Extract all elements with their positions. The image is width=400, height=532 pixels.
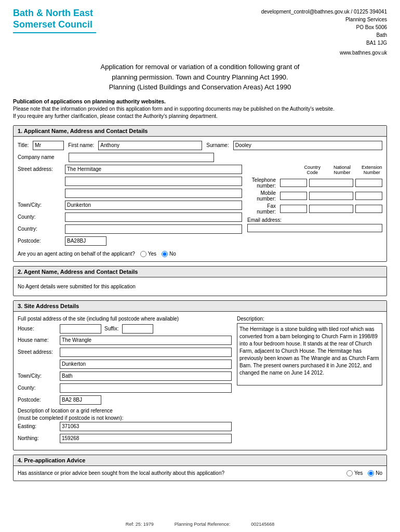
email-input[interactable] <box>247 224 382 232</box>
mobile-ext-input[interactable] <box>355 192 382 200</box>
pre-app-row: Has assistance or prior advice been soug… <box>18 470 382 476</box>
agent-yes-radio[interactable] <box>140 251 146 257</box>
fax-row: Fax number: <box>247 203 382 215</box>
footer-ref: Ref: 25: 1979 <box>126 522 154 527</box>
publication-notice: Publication of applications on planning … <box>13 98 387 120</box>
title-input[interactable] <box>33 141 64 150</box>
street-input1[interactable] <box>65 165 242 174</box>
firstname-label: First name: <box>68 142 94 148</box>
planning-services: Planning Services <box>261 16 387 23</box>
telephone-ext-input[interactable] <box>355 179 382 187</box>
telephone-code-input[interactable] <box>280 179 307 187</box>
easting-row: Easting: <box>18 422 232 431</box>
email-section: Email address: <box>247 217 382 232</box>
pre-app-yes-option[interactable]: Yes <box>346 470 363 476</box>
site-county-input[interactable] <box>60 383 232 393</box>
suffix-label: Suffix: <box>104 326 119 331</box>
site-description-box: The Hermitage is a stone building with t… <box>237 323 382 385</box>
site-street-input1[interactable] <box>60 348 232 357</box>
site-postcode-input[interactable] <box>60 395 101 405</box>
site-right: Description: The Hermitage is a stone bu… <box>237 316 382 446</box>
section-1: 1. Applicant Name, Address and Contact D… <box>13 125 387 262</box>
title-label: Title: <box>18 142 29 148</box>
street-row2 <box>18 177 242 186</box>
section-3: 3. Site Address Details Full postal addr… <box>13 300 387 450</box>
pre-app-yes-radio[interactable] <box>346 470 353 476</box>
name-row: Title: First name: Surname: <box>18 141 382 150</box>
publication-text1: Please note that the information provide… <box>13 106 335 112</box>
mobile-number-input[interactable] <box>309 192 353 200</box>
town-input[interactable] <box>65 201 242 210</box>
agent-question-row: Are you an agent acting on behalf of the… <box>18 251 382 257</box>
address-contact-grid: Street address: Town/City: <box>18 165 382 248</box>
mobile-code-input[interactable] <box>280 192 307 200</box>
title-line2: planning permission. Town and Country Pl… <box>13 72 387 83</box>
extension-header: ExtensionNumber <box>362 165 382 176</box>
site-left: Full postal address of the site (includi… <box>18 316 232 446</box>
section-1-header: 1. Applicant Name, Address and Contact D… <box>14 126 386 137</box>
house-input[interactable] <box>60 324 101 334</box>
agent-no-details: No Agent details were submitted for this… <box>18 282 382 291</box>
house-name-label: House name: <box>18 337 57 343</box>
agent-no-radio[interactable] <box>162 251 168 257</box>
page: Bath & North East Somerset Council devel… <box>0 0 400 532</box>
site-town-row: Town/City: <box>18 371 232 381</box>
logo-line1: Bath & North East <box>13 8 93 18</box>
surname-label: Surname: <box>206 142 229 148</box>
firstname-input[interactable] <box>98 141 202 150</box>
section-4-header: 4. Pre-application Advice <box>14 455 386 466</box>
street-input2[interactable] <box>65 177 242 186</box>
country-input[interactable] <box>65 224 242 234</box>
easting-label: Easting: <box>18 423 57 429</box>
footer-planning-portal: Planning Portal Reference: <box>175 522 231 527</box>
agent-yes-option[interactable]: Yes <box>140 251 156 257</box>
northing-input[interactable] <box>60 434 232 443</box>
house-row: House: Suffix: <box>18 324 232 334</box>
suffix-input[interactable] <box>122 324 153 334</box>
section-3-header: 3. Site Address Details <box>14 301 386 312</box>
section-4: 4. Pre-application Advice Has assistance… <box>13 455 387 481</box>
house-name-input[interactable] <box>60 336 232 345</box>
mobile-row: Mobile number: <box>247 190 382 202</box>
footer-ref-number: 002145668 <box>251 522 274 527</box>
section-4-body: Has assistance or prior advice been soug… <box>14 466 386 481</box>
logo-divider <box>13 32 96 33</box>
grid-ref-label: Description of location or a grid refere… <box>18 407 232 422</box>
company-input[interactable] <box>69 153 214 162</box>
site-town-label: Town/City: <box>18 373 57 379</box>
pre-app-no-radio[interactable] <box>368 470 374 476</box>
fax-number-input[interactable] <box>309 205 353 213</box>
site-street-label: Street address: <box>18 349 57 355</box>
fax-code-input[interactable] <box>280 205 307 213</box>
telephone-number-input[interactable] <box>309 179 353 187</box>
easting-input[interactable] <box>60 422 232 431</box>
title-line1: Application for removal or variation of … <box>13 62 387 72</box>
county-input[interactable] <box>65 212 242 222</box>
section-1-body: Title: First name: Surname: Company name… <box>14 137 386 261</box>
site-postcode-label: Postcode: <box>18 397 57 403</box>
fax-ext-input[interactable] <box>355 205 382 213</box>
site-street-input2[interactable] <box>60 360 232 369</box>
national-number-header: NationalNumber <box>325 165 359 176</box>
agent-question-label: Are you an agent acting on behalf of the… <box>18 251 135 257</box>
company-row: Company name <box>18 153 382 162</box>
page-footer: Ref: 25: 1979 Planning Portal Reference:… <box>0 522 400 527</box>
logo-area: Bath & North East Somerset Council <box>13 8 96 36</box>
po-box: PO Box 5006 <box>261 23 387 31</box>
telephone-row: Telephone number: <box>247 177 382 189</box>
title-line3: Planning (Listed Buildings and Conservat… <box>13 82 387 92</box>
site-town-input[interactable] <box>60 371 232 381</box>
fax-label: Fax number: <box>247 203 278 215</box>
company-label: Company name <box>18 154 64 160</box>
agent-no-option[interactable]: No <box>162 251 176 257</box>
pre-app-no-option[interactable]: No <box>368 470 382 476</box>
surname-input[interactable] <box>233 141 382 150</box>
town-label: Town/City: <box>18 202 62 208</box>
pre-app-question: Has assistance or prior advice been soug… <box>18 470 339 476</box>
country-code-header: CountryCode <box>302 165 323 176</box>
street-input3[interactable] <box>65 189 242 198</box>
section-2-header: 2. Agent Name, Address and Contact Detai… <box>14 267 386 277</box>
section-2-body: No Agent details were submitted for this… <box>14 277 386 296</box>
postcode-input[interactable] <box>65 236 106 246</box>
agent-no-label: No <box>169 251 176 257</box>
